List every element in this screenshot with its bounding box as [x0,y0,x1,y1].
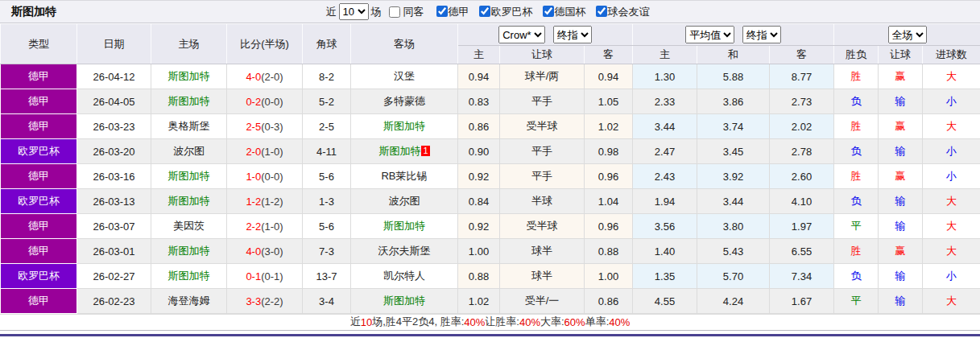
type-cell: 德甲 [1,239,77,264]
score-cell: 1-2(1-2) [227,189,303,214]
table-row: 德甲26-04-05斯图加特0-2(0-0)5-2多特蒙德0.83平手1.052… [1,89,980,114]
type-cell: 德甲 [1,114,77,139]
away-team-name: 多特蒙德 [383,95,425,107]
col-avg-draw: 和 [697,46,770,64]
handicap-line-cell: 平手 [500,139,585,164]
result-goals-cell: 大 [923,64,980,89]
topbar: 斯图加特 近 10 场 同客 德甲欧罗巴杯德国杯球会友谊 [0,1,980,23]
average-stage-select[interactable]: 终指 [742,26,781,43]
away-team-cell: 斯图加特 [351,289,458,314]
away-team-name: 斯图加特 [383,295,425,307]
result-goals-cell: 大 [923,289,980,314]
league-checkbox[interactable] [543,6,554,17]
date-cell: 26-04-12 [77,64,151,89]
summary-stat-value: 40% [464,316,485,328]
avg-away-cell: 8.77 [770,64,834,89]
type-cell: 德甲 [1,64,77,89]
home-team-cell: 海登海姆 [151,289,227,314]
avg-away-cell: 7.34 [770,264,834,289]
bookmaker-select[interactable]: Crow* [498,26,545,43]
corner-cell: 3-4 [303,289,351,314]
league-checkbox-label: 欧罗巴杯 [491,6,533,18]
avg-draw-cell: 5.88 [697,64,770,89]
corner-cell: 2-5 [303,114,351,139]
result-handicap-cell: 输 [879,139,923,164]
league-checkbox[interactable] [479,6,490,17]
col-home: 主场 [151,24,227,64]
avg-away-cell: 6.55 [770,239,834,264]
result-handicap-cell: 赢 [879,164,923,189]
summary-stat-value: 40% [609,316,630,328]
col-away: 客场 [351,24,458,64]
half-time-score: (0-1) [261,270,283,282]
result-wdl-cell: 负 [834,264,879,289]
avg-draw-cell: 3.86 [697,89,770,114]
handicap-odds-home-cell: 0.94 [458,64,500,89]
home-team-cell: 斯图加特 [151,164,227,189]
league-filters: 德甲欧罗巴杯德国杯球会友谊 [432,5,655,19]
scope-select[interactable]: 全场 [888,26,927,43]
avg-draw-cell: 3.74 [697,114,770,139]
date-cell: 26-03-23 [77,114,151,139]
handicap-line-cell: 平手 [500,89,585,114]
corner-cell: 5-6 [303,164,351,189]
handicap-odds-away-cell: 0.94 [585,64,633,89]
full-time-score: 1-0 [246,171,261,183]
avg-draw-cell: 5.43 [697,239,770,264]
recent-count-select[interactable]: 10 [339,3,369,20]
avg-away-cell: 1.67 [770,289,834,314]
col-result-wdl: 胜负 [834,46,879,64]
same-away-checkbox[interactable] [389,6,400,18]
result-goals-cell: 小 [923,139,980,164]
col-avg-home: 主 [633,46,697,64]
date-cell: 26-03-13 [77,189,151,214]
page-title: 斯图加特 [11,5,56,19]
table-row: 德甲26-03-23奥格斯堡2-5(0-3)2-5斯图加特0.86受半球1.02… [1,114,980,139]
result-wdl-cell: 胜 [834,64,879,89]
type-cell: 欧罗巴杯 [1,189,77,214]
average-select[interactable]: 平均值 [685,26,734,43]
home-team-cell: 斯图加特 [151,189,227,214]
avg-home-cell: 2.43 [633,164,697,189]
handicap-odds-away-cell: 1.04 [585,189,633,214]
away-team-cell: RB莱比锡 [351,164,458,189]
home-team-cell: 斯图加特 [151,264,227,289]
result-handicap-cell: 输 [879,289,923,314]
result-handicap-cell: 输 [879,264,923,289]
league-checkbox[interactable] [436,6,448,17]
handicap-line-cell: 球半/两 [500,64,585,89]
away-team-name: 汉堡 [394,70,415,82]
league-checkbox-label: 德国杯 [555,6,586,18]
away-team-name: 凯尔特人 [383,270,425,282]
home-team-cell: 奥格斯堡 [151,114,227,139]
full-time-score: 4-0 [246,245,261,258]
handicap-odds-home-cell: 1.00 [458,239,500,264]
avg-home-cell: 1.35 [633,264,697,289]
corner-cell: 7-3 [303,239,351,264]
handicap-odds-home-cell: 0.84 [458,189,500,214]
handicap-line-cell: 受半球 [500,114,585,139]
result-goals-cell: 大 [923,114,980,139]
full-time-score: 4-0 [246,71,261,83]
league-checkbox[interactable] [596,6,607,17]
games-label: 场 [371,5,382,19]
handicap-odds-away-cell: 1.05 [585,89,633,114]
avg-away-cell: 2.78 [770,139,834,164]
handicap-odds-away-cell: 1.00 [585,264,633,289]
away-team-name: 斯图加特 [378,145,420,157]
date-cell: 26-02-23 [77,289,151,314]
date-cell: 26-03-01 [77,239,151,264]
handicap-odds-home-cell: 1.02 [458,289,500,314]
away-team-name: 斯图加特 [383,120,425,132]
score-cell: 1-0(0-0) [227,164,303,189]
bottom-accent-line [0,334,980,336]
summary-stat-label: 大率: [540,315,564,329]
avg-draw-cell: 3.92 [697,164,770,189]
corner-cell: 1-3 [303,189,351,214]
away-team-cell: 多特蒙德 [351,89,458,114]
type-cell: 德甲 [1,214,77,239]
summary-stat-value: 60% [564,316,585,328]
date-cell: 26-03-20 [77,139,151,164]
result-goals-cell: 小 [923,89,980,114]
bookmaker-stage-select[interactable]: 终指 [553,26,592,43]
